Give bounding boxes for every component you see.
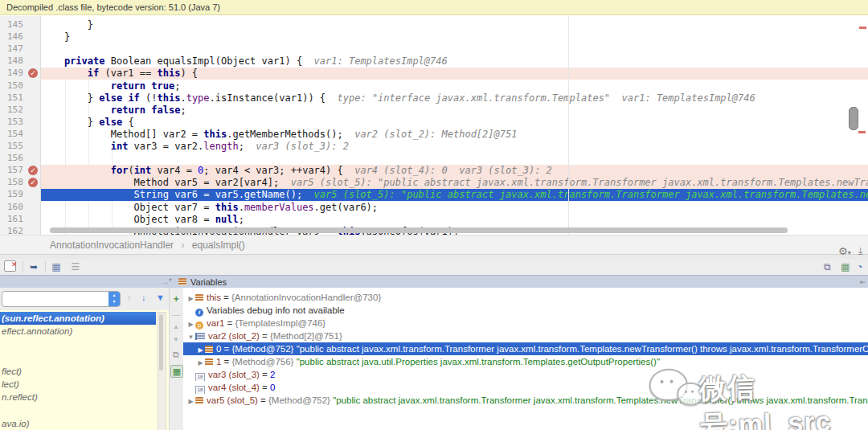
gear-icon[interactable]: ⚙▾ (838, 245, 851, 257)
move-up-icon[interactable]: ▲ (170, 321, 182, 333)
expand-arrow-icon[interactable]: ▶ (186, 318, 195, 330)
variable-row[interactable]: 18var4 (slot_4) = 0 (183, 381, 868, 394)
line-number[interactable]: 156 (7, 153, 31, 165)
line-number[interactable]: 159 (7, 189, 31, 201)
code-segment: { (122, 117, 133, 128)
line-number[interactable]: 153 (7, 117, 31, 129)
variable-row[interactable]: ▶var5 (slot_5) = {Method@752} "public ab… (183, 394, 868, 407)
equals-sign: = (221, 344, 231, 354)
line-number[interactable]: 151 (7, 92, 31, 104)
frames-scrollbar[interactable] (158, 312, 166, 430)
frames-panel[interactable]: ▴▾ ↑ ↓ ▼ (sun.reflect.annotation)eflect.… (0, 288, 169, 430)
grid-view-icon[interactable]: ▦ (841, 261, 850, 272)
variables-tree[interactable]: ▶this = {AnnotationInvocationHandler@730… (183, 288, 868, 430)
layered-view-icon[interactable]: ⧉ (824, 261, 831, 272)
variables-tab-label[interactable]: Variables (190, 276, 227, 289)
code-line[interactable]: } else if (!this.type.isInstance(var1)) … (41, 92, 868, 104)
filter-funnel-icon[interactable]: ▼ (156, 293, 165, 302)
expand-arrow-icon[interactable]: ▶ (186, 293, 195, 304)
code-line[interactable]: return false; (41, 104, 868, 117)
frame-row[interactable]: ava.io) (0, 417, 156, 430)
step-arrow-icon[interactable]: ➥ (27, 260, 40, 273)
code-line[interactable]: Object var8 = null; (41, 214, 868, 226)
breakpoint-icon[interactable]: ✓ (28, 178, 38, 187)
error-stripe-mark[interactable] (858, 131, 866, 133)
settings-sliders-icon[interactable]: ☰ (69, 260, 82, 273)
code-line[interactable]: } (41, 31, 868, 43)
frame-row[interactable]: flect) (0, 365, 156, 378)
frame-row[interactable] (0, 351, 156, 364)
code-line[interactable]: } (41, 19, 868, 31)
debugger-inline-hint: var2 (slot_2): Method[2]@751 (354, 129, 517, 140)
variable-row[interactable]: ▼var2 (slot_2) = {Method[2]@751} (183, 330, 868, 342)
line-number[interactable]: 154 (7, 129, 31, 141)
frame-down-icon[interactable]: ↓ (141, 293, 146, 302)
code-line[interactable]: return true; (41, 80, 868, 92)
expand-arrow-icon[interactable]: ▶ (196, 357, 205, 368)
line-number[interactable]: 148 (7, 55, 31, 68)
variables-tab-icon (178, 278, 186, 285)
combo-stepper-icon[interactable]: ▴▾ (108, 292, 120, 306)
code-line[interactable]: Method[] var2 = this.getMemberMethods();… (41, 129, 868, 141)
code-line[interactable]: private Boolean equalsImpl(Object var1) … (41, 55, 868, 68)
variable-string: "public abstract java.util.Properties ja… (297, 357, 660, 367)
error-stripe-mark[interactable] (859, 27, 866, 29)
code-line[interactable]: for(int var4 = 0; var4 < var3; ++var4) {… (41, 165, 868, 177)
code-editor[interactable]: } } private Boolean equalsImpl(Object va… (0, 16, 868, 235)
gauge-icon[interactable]: ◔ (857, 261, 862, 272)
code-line[interactable]: } else { (41, 117, 868, 129)
frame-row[interactable] (0, 338, 156, 351)
frame-row[interactable] (0, 404, 156, 417)
code-segment: } (41, 117, 99, 128)
expand-arrow-icon[interactable]: ▼ (186, 331, 195, 342)
expand-arrow-icon[interactable]: ▶ (196, 344, 205, 355)
line-number[interactable]: 162 (7, 226, 31, 235)
frame-row[interactable]: n.reflect) (0, 391, 156, 403)
line-number[interactable]: 150 (7, 80, 31, 92)
frame-up-icon[interactable]: ↑ (127, 293, 132, 302)
variable-row[interactable]: ▶0 = {Method@752} "public abstract javax… (183, 342, 868, 355)
line-number[interactable]: 146 (7, 31, 31, 43)
code-line[interactable]: String var6 = var5.getName(); var5 (slot… (41, 189, 868, 201)
line-number[interactable]: 145 (7, 19, 31, 31)
thread-selector[interactable]: ▴▾ (2, 291, 121, 307)
frame-row[interactable]: (sun.reflect.annotation) (0, 312, 156, 325)
variable-row[interactable]: iVariables debug info not available (183, 304, 868, 317)
copy-icon[interactable]: ⧉ (170, 349, 182, 360)
code-line[interactable]: Method var5 = var2[var4]; var5 (slot_5):… (41, 177, 868, 189)
frame-row[interactable]: eflect.annotation) (0, 325, 156, 338)
add-watch-icon[interactable]: ＋ (170, 293, 182, 304)
breadcrumb-class[interactable]: AnnotationInvocationHandler (50, 240, 174, 251)
frames-list[interactable]: (sun.reflect.annotation)eflect.annotatio… (0, 310, 169, 430)
editor-gutter[interactable]: 145146147148149✓150151152153154155156157… (0, 16, 41, 235)
expand-arrow-icon[interactable]: ▶ (186, 395, 195, 407)
error-stripe-thumb[interactable] (849, 107, 858, 130)
line-number[interactable]: 155 (7, 141, 31, 153)
breakpoint-icon[interactable]: ✓ (28, 68, 38, 78)
variable-row[interactable]: 18var3 (slot_3) = 2 (183, 368, 868, 381)
breakpoint-icon[interactable]: ✓ (28, 166, 38, 175)
line-number[interactable]: 160 (7, 202, 31, 214)
line-number[interactable]: 147 (7, 43, 31, 55)
debugger-panels: ▴▾ ↑ ↓ ▼ (sun.reflect.annotation)eflect.… (0, 288, 868, 430)
dock-icon[interactable]: ⇤ (860, 276, 866, 289)
code-line[interactable] (41, 43, 868, 55)
variable-row[interactable]: ▶this = {AnnotationInvocationHandler@730… (183, 291, 868, 304)
frame-row[interactable]: lect) (0, 378, 156, 391)
code-line[interactable]: Object var7 = this.memberValues.get(var6… (41, 202, 868, 214)
evaluate-grid-icon[interactable]: ▦ (170, 365, 183, 378)
breadcrumb-method[interactable]: equalsImpl() (192, 240, 245, 251)
line-number[interactable]: 152 (7, 104, 31, 117)
move-down-icon[interactable]: ▼ (170, 334, 182, 346)
horizontal-scrollbar[interactable] (50, 227, 788, 233)
variable-row[interactable]: ▶1 = {Method@756} "public abstract java.… (183, 355, 868, 368)
table-view-icon[interactable]: ▦ (50, 260, 63, 273)
restore-layout-icon[interactable]: ✕ (3, 260, 16, 273)
code-line[interactable] (41, 153, 868, 165)
hide-panel-icon[interactable]: ⤓ (858, 245, 862, 256)
code-line[interactable]: int var3 = var2.length; var3 (slot_3): 2 (41, 141, 868, 153)
line-number[interactable]: 161 (7, 214, 31, 226)
code-line[interactable]: if (var1 == this) { (41, 68, 868, 80)
show-execution-point-icon[interactable]: →* (161, 276, 172, 289)
variable-row[interactable]: ▶pvar1 = {TemplatesImpl@746} (183, 317, 868, 330)
